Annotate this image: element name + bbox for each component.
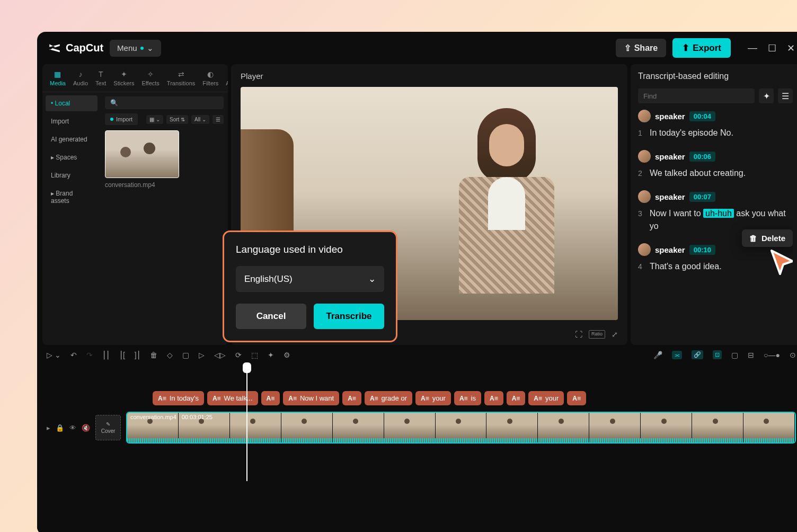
trash-icon: 🗑 [749, 234, 757, 243]
mirror-icon[interactable]: ◁▷ [214, 351, 226, 359]
import-chip[interactable]: Import [105, 113, 138, 125]
playhead[interactable] [246, 365, 247, 481]
audio-waveform [127, 438, 795, 442]
text-clip[interactable]: A≡In today's [153, 391, 204, 405]
mute-icon[interactable]: 🔇 [82, 424, 90, 432]
media-panel: ▦Media♪AudioTText✦Stickers✧Effects⇄Trans… [42, 64, 228, 345]
view-grid-icon[interactable]: ▦ ⌄ [146, 115, 163, 124]
cut-left-icon[interactable]: ⎮[ [119, 351, 125, 359]
redo-icon[interactable]: ↷ [86, 351, 93, 359]
media-filename: conversation.mp4 [105, 181, 224, 189]
transcript-find-input[interactable] [638, 88, 755, 103]
zoom-slider[interactable]: ○—● [764, 351, 780, 359]
transcript-item[interactable]: speaker00:073Now I want to uh-huh ask yo… [638, 190, 793, 233]
mic-icon[interactable]: 🎤 [653, 351, 662, 359]
menu-button[interactable]: Menu⌄ [110, 40, 161, 57]
maximize-icon[interactable]: ☐ [768, 42, 776, 54]
cancel-button[interactable]: Cancel [236, 304, 306, 329]
tab-adjustment[interactable]: ⚙Adjustment [226, 69, 228, 86]
transcript-title: Transcript-based editing [638, 72, 793, 81]
text-clip[interactable]: A≡ [507, 391, 526, 405]
export-button[interactable]: ⬆Export [672, 38, 731, 58]
close-icon[interactable]: ✕ [787, 42, 795, 54]
magnet-icon[interactable]: ⫘ [672, 351, 682, 359]
menu-indicator-dot [140, 47, 144, 50]
enhance-icon[interactable]: ✦ [268, 351, 274, 359]
split-icon[interactable]: ⎮⎮ [102, 351, 110, 359]
undo-icon[interactable]: ↶ [70, 351, 77, 359]
player-title: Player [241, 72, 618, 81]
snap-icon[interactable]: ⊡ [713, 350, 722, 359]
text-clip[interactable]: A≡ [567, 391, 586, 405]
menu-icon[interactable]: ☰ [778, 88, 793, 103]
minimize-icon[interactable]: — [748, 42, 757, 54]
tab-transitions[interactable]: ⇄Transitions [167, 69, 195, 86]
text-clip[interactable]: A≡We talk... [207, 391, 258, 405]
fit-icon[interactable]: ⊙ [790, 351, 796, 359]
ratio-button[interactable]: Ratio [589, 330, 605, 339]
marker-icon[interactable]: ◇ [167, 351, 173, 359]
focus-icon[interactable]: ⛶ [575, 330, 582, 339]
sidenav-spaces[interactable]: ▸ Spaces [46, 149, 98, 165]
frame-icon[interactable]: ▢ [182, 351, 189, 359]
transcript-item[interactable]: speaker00:041In today's episode No. [638, 110, 793, 139]
filter-all-button[interactable]: All ⌄ [191, 115, 209, 124]
lock-icon[interactable]: 🔒 [56, 424, 64, 432]
crop-icon[interactable]: ⬚ [251, 351, 258, 359]
text-clip[interactable]: A≡ [484, 391, 503, 405]
sort-button[interactable]: Sort ⇅ [166, 115, 188, 124]
timeline-toolbar: ▷ ⌄ ↶ ↷ ⎮⎮ ⎮[ ]⎮ 🗑 ◇ ▢ ▷ ◁▷ ⟳ ⬚ ✦ ⚙ 🎤 ⫘ … [37, 345, 797, 365]
avatar [638, 190, 651, 203]
text-clip[interactable]: A≡your [415, 391, 451, 405]
app-window: CapCut Menu⌄ ⇪Share ⬆Export — ☐ ✕ ▦Media… [37, 32, 797, 532]
tab-media[interactable]: ▦Media [50, 69, 66, 86]
video-track[interactable]: conversation.mp400:03:01:25 [126, 412, 796, 444]
tab-audio[interactable]: ♪Audio [73, 69, 88, 86]
preview-icon[interactable]: ▢ [731, 351, 738, 359]
sidenav-import[interactable]: Import [46, 113, 98, 129]
timeline: A≡In today'sA≡We talk...A≡A≡Now I wantA≡… [37, 365, 797, 532]
language-select[interactable]: English(US)⌄ [236, 266, 384, 292]
avatar [638, 150, 651, 163]
text-clip[interactable]: A≡is [454, 391, 481, 405]
link-icon[interactable]: 🔗 [692, 350, 703, 359]
media-search-input[interactable] [105, 96, 224, 109]
sidenav-library[interactable]: Library [46, 167, 98, 183]
cursor-pointer-icon [766, 245, 793, 277]
eye-icon[interactable]: 👁 [69, 424, 76, 432]
cut-right-icon[interactable]: ]⎮ [135, 351, 140, 359]
media-sidenav: • Local Import AI generated ▸ Spaces Lib… [42, 92, 101, 345]
track-toggle-icon[interactable]: ▸ [47, 424, 50, 432]
pointer-tool-icon[interactable]: ▷ ⌄ [47, 351, 61, 359]
tab-stickers[interactable]: ✦Stickers [113, 69, 134, 86]
text-clip[interactable]: A≡ [342, 391, 361, 405]
play-range-icon[interactable]: ▷ [199, 351, 205, 359]
transcribe-button[interactable]: Transcribe [314, 304, 384, 329]
sidenav-local[interactable]: • Local [46, 95, 98, 111]
delete-popup[interactable]: 🗑Delete [742, 229, 793, 247]
tab-filters[interactable]: ◐Filters [202, 69, 218, 86]
sidenav-brand-assets[interactable]: ▸ Brand assets [46, 185, 98, 209]
rotate-icon[interactable]: ⟳ [235, 351, 242, 359]
text-clip[interactable]: A≡your [528, 391, 564, 405]
tab-text[interactable]: TText [95, 69, 106, 86]
chevron-down-icon: ⌄ [368, 273, 376, 285]
transcript-item[interactable]: speaker00:062We talked about creating. [638, 150, 793, 180]
delete-icon[interactable]: 🗑 [150, 351, 157, 359]
sidenav-ai-generated[interactable]: AI generated [46, 131, 98, 147]
text-clip[interactable]: A≡Now I want [283, 391, 339, 405]
track-icon[interactable]: ⊟ [748, 351, 754, 359]
settings-icon[interactable]: ⚙ [284, 351, 290, 359]
media-thumbnail[interactable] [105, 130, 179, 178]
list-view-icon[interactable]: ☰ [212, 115, 224, 124]
app-logo: CapCut [48, 41, 103, 55]
tab-effects[interactable]: ✧Effects [141, 69, 159, 86]
cover-button[interactable]: ✎Cover [95, 415, 121, 440]
modal-title: Language used in video [236, 244, 384, 255]
share-button[interactable]: ⇪Share [616, 39, 666, 57]
fullscreen-icon[interactable]: ⤢ [612, 330, 618, 339]
text-clip[interactable]: A≡grade or [365, 391, 412, 405]
text-clip[interactable]: A≡ [261, 391, 280, 405]
sparkle-icon[interactable]: ✦ [759, 88, 774, 103]
export-icon: ⬆ [682, 42, 689, 54]
